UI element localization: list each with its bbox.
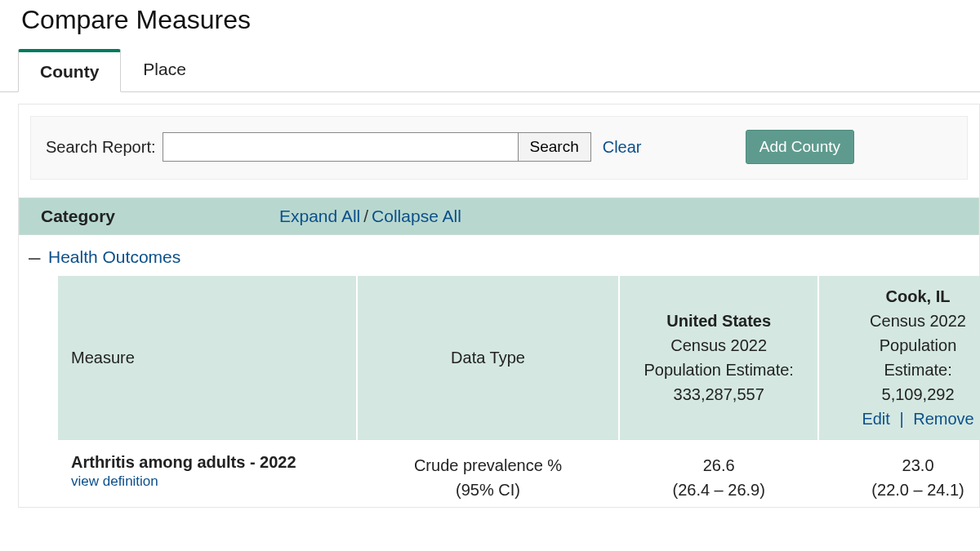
col-title: Cook, IL: [829, 284, 980, 309]
collapse-all-link[interactable]: Collapse All: [372, 207, 461, 226]
value: 26.6: [630, 453, 808, 478]
section-header: – Health Outcomes: [19, 235, 979, 276]
add-county-button[interactable]: Add County: [746, 130, 854, 164]
panel: Search Report: Search Clear Add County C…: [18, 104, 980, 508]
value-cell-us: 26.6 (26.4 – 26.9): [619, 440, 818, 508]
value-ci: (26.4 – 26.9): [630, 478, 808, 502]
collapse-icon[interactable]: –: [29, 247, 48, 268]
clear-link[interactable]: Clear: [603, 138, 642, 157]
measure-table: Measure Data Type United States Census 2…: [58, 276, 980, 507]
search-label: Search Report:: [46, 138, 156, 157]
tabs: County Place: [0, 48, 980, 92]
datatype-line: Crude prevalence %: [368, 453, 608, 478]
separator: /: [360, 207, 372, 226]
remove-link[interactable]: Remove: [913, 410, 973, 428]
category-label: Category: [34, 207, 279, 226]
page-title: Compare Measures: [0, 0, 980, 48]
category-row: Category Expand All / Collapse All: [19, 198, 979, 235]
section-title-link[interactable]: Health Outcomes: [48, 247, 180, 267]
col-line: Census 2022: [630, 333, 808, 358]
col-actions: Edit | Remove: [829, 407, 980, 431]
view-definition-link[interactable]: view definition: [71, 473, 346, 490]
measure-cell: Arthritis among adults - 2022 view defin…: [58, 440, 357, 508]
value: 23.0: [829, 453, 980, 478]
th-column-us: United States Census 2022 Population Est…: [619, 276, 818, 440]
action-separator: |: [894, 410, 908, 428]
expand-all-link[interactable]: Expand All: [279, 207, 360, 226]
table-row: Arthritis among adults - 2022 view defin…: [58, 440, 980, 508]
col-line: 5,109,292: [829, 382, 980, 407]
col-title: United States: [630, 309, 808, 333]
datatype-line: (95% CI): [368, 478, 608, 502]
measure-title: Arthritis among adults - 2022: [71, 453, 346, 472]
col-line: Population Estimate:: [630, 358, 808, 382]
col-line: Estimate:: [829, 358, 980, 382]
search-bar: Search Report: Search Clear Add County: [30, 116, 968, 180]
datatype-cell: Crude prevalence % (95% CI): [357, 440, 619, 508]
th-datatype: Data Type: [357, 276, 619, 440]
search-input[interactable]: [163, 132, 519, 162]
col-line: Population: [829, 333, 980, 358]
value-cell-cook: 23.0 (22.0 – 24.1): [818, 440, 980, 508]
th-column-cook: Cook, IL Census 2022 Population Estimate…: [818, 276, 980, 440]
search-button[interactable]: Search: [519, 132, 591, 162]
edit-link[interactable]: Edit: [862, 410, 889, 428]
tab-county[interactable]: County: [18, 49, 121, 92]
col-line: 333,287,557: [630, 382, 808, 407]
th-measure: Measure: [58, 276, 357, 440]
col-line: Census 2022: [829, 309, 980, 333]
tab-place[interactable]: Place: [121, 49, 208, 92]
value-ci: (22.0 – 24.1): [829, 478, 980, 502]
